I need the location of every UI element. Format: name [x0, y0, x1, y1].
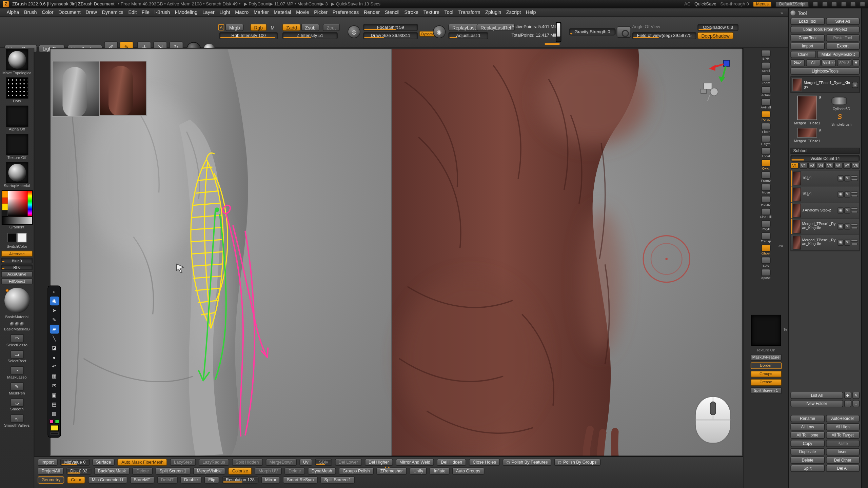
replay-last-rel-button[interactable]: ReplayLastRel	[477, 24, 515, 31]
mask-pen-icon[interactable]	[10, 382, 23, 390]
screen-icon[interactable]	[822, 1, 827, 6]
blur-slider[interactable]: Blur 0	[1, 258, 33, 263]
deep-shadow-button[interactable]: DeepShadow	[697, 32, 733, 39]
bottom-button[interactable]: Geometry	[38, 476, 64, 484]
z-intensity-slider[interactable]: Z Intensity 51	[282, 32, 338, 39]
menu-item[interactable]: Render	[361, 9, 382, 15]
eye-icon[interactable]: ◉	[837, 175, 844, 181]
bottom-button[interactable]: Auto Mask FiberMesh	[118, 459, 167, 466]
eye-icon[interactable]: ◉	[837, 239, 844, 245]
goz-visible-button[interactable]: Visible	[822, 59, 836, 66]
menu-item[interactable]: Transform	[456, 9, 482, 15]
list-all-button[interactable]: List All	[790, 392, 843, 399]
bottom-button[interactable]: Smart ReSym	[283, 476, 318, 484]
annotation-icon[interactable]: ↶	[50, 362, 59, 371]
bottom-button[interactable]: DynaMesh	[308, 468, 336, 475]
subtool-row[interactable]: Merged_TPose1_Ryan_Kingslie ◉ ✎	[791, 235, 859, 250]
save-as-button[interactable]: Save As	[826, 18, 860, 25]
menu-item[interactable]: Picker	[312, 9, 330, 15]
tool-panel-header[interactable]: Tool	[790, 9, 860, 17]
simplebrush-thumb[interactable]: S	[835, 112, 845, 121]
bottom-button[interactable]: DelMT	[157, 476, 177, 484]
zcut-button[interactable]: Zcut	[323, 24, 340, 31]
brush-icon[interactable]: ✎	[844, 191, 850, 197]
smooth-icon[interactable]	[10, 399, 23, 407]
copy-tool-button[interactable]: Copy Tool	[790, 34, 824, 41]
annotation-icon[interactable]: ◪	[50, 344, 59, 352]
subtool-tab[interactable]: V2	[799, 163, 807, 169]
bottom-button[interactable]: Delete	[284, 468, 305, 475]
quicksave-button[interactable]: QuickSave	[694, 1, 716, 6]
bottom-button[interactable]: Uv	[299, 459, 312, 466]
select-lasso-icon[interactable]	[10, 334, 23, 342]
shelf-toggle[interactable]: Move	[761, 184, 771, 195]
annotation-icon[interactable]: ▦	[50, 372, 59, 381]
menu-item[interactable]: Edit	[126, 9, 139, 15]
gravity-strength-slider[interactable]: Gravity Strength 0	[569, 28, 615, 35]
export-button[interactable]: Export	[826, 43, 860, 50]
split-screen-button[interactable]: Split Screen 1	[750, 387, 781, 394]
bottom-button[interactable]: Split Hidden	[232, 459, 263, 466]
subtool-tab[interactable]: V1	[790, 163, 798, 169]
reference-thumb-red[interactable]	[100, 61, 147, 116]
mask-lasso-icon[interactable]	[10, 366, 23, 374]
a-toggle[interactable]: A	[218, 24, 224, 30]
split-divider[interactable]	[391, 49, 392, 456]
subtool-action-button[interactable]: All High	[826, 423, 860, 430]
canvas-scroll-grip[interactable]: ▲▲	[384, 465, 391, 469]
make-polymesh3d-button[interactable]: Make PolyMesh3D	[817, 51, 860, 58]
brush-preview[interactable]	[6, 49, 28, 70]
bottom-button[interactable]: Split Screen 1	[156, 468, 190, 475]
bottom-button[interactable]: Split Screen 1	[320, 476, 355, 484]
accucurve-button[interactable]: AccuCurve	[1, 271, 33, 277]
rf-slider[interactable]: Rf 0	[1, 264, 33, 270]
list-all-add-icon[interactable]	[844, 392, 851, 399]
bottom-button[interactable]: Min Connected f	[88, 476, 127, 484]
rgb-intensity-slider[interactable]: Rgb Intensity 100	[219, 32, 278, 39]
bottom-button[interactable]: Import	[38, 459, 58, 466]
subtool-action-button[interactable]: Split	[790, 465, 824, 472]
bottom-button[interactable]: Polish By Groups	[554, 459, 600, 466]
shelf-toggle[interactable]: Solo	[761, 257, 771, 268]
clone-button[interactable]: Clone	[790, 51, 816, 58]
menu-item[interactable]: Texture	[421, 9, 441, 15]
camera-icon[interactable]	[617, 26, 631, 38]
bottom-button[interactable]: Delete	[133, 468, 153, 475]
subtool-toggles[interactable]	[851, 240, 858, 245]
subtool-action-button[interactable]: Duplicate	[790, 448, 824, 455]
bottom-button[interactable]: Auto Groups	[452, 468, 484, 475]
subtool-tab[interactable]: V5	[825, 163, 833, 169]
tool-r-chip[interactable]: R	[852, 82, 858, 88]
bottom-button[interactable]: Surface	[92, 459, 115, 466]
basic-material-b-icon[interactable]	[10, 322, 24, 326]
shelf-toggle[interactable]: Actual	[761, 86, 771, 98]
menu-item[interactable]: Dynamics	[100, 9, 125, 15]
menu-item[interactable]: Movie	[294, 9, 311, 15]
subtool-action-button[interactable]: Copy	[790, 440, 824, 447]
menu-item[interactable]: Color	[40, 9, 56, 15]
help-icon[interactable]	[860, 1, 865, 6]
subtool-action-button[interactable]: AutoReorder	[826, 415, 860, 422]
subtool-action-button[interactable]: Paste	[826, 440, 860, 447]
shelf-toggle[interactable]: Xpose	[761, 269, 771, 280]
saturation-square[interactable]	[7, 191, 27, 216]
subtool-tab[interactable]: V6	[834, 163, 842, 169]
see-through-slider[interactable]: See-through 0	[720, 1, 749, 6]
import-button[interactable]: Import	[790, 43, 824, 50]
draw-size-slider[interactable]: Draw Size 36.93311	[363, 32, 418, 39]
folder-down-icon[interactable]	[852, 400, 860, 407]
shelf-toggle[interactable]: Ghost	[761, 245, 771, 256]
texture-preview-box[interactable]: Te	[751, 315, 781, 346]
bottom-button[interactable]: Groups Polish	[339, 468, 374, 475]
goz-all-button[interactable]: All	[806, 59, 820, 66]
shelf-toggle[interactable]: Qxyz	[761, 159, 771, 170]
layout-icon[interactable]	[813, 1, 818, 6]
user-icon[interactable]	[850, 1, 856, 6]
gravity-direction-widget[interactable]	[556, 22, 561, 42]
subtool-row[interactable]: 15강1 ◉ ✎	[791, 186, 859, 202]
subtool-toggles[interactable]	[851, 176, 858, 181]
annotation-icon[interactable]: ▤	[50, 400, 59, 409]
shelf-toggle[interactable]: Line Fill	[760, 208, 772, 219]
panel-collapse-icon[interactable]: «	[781, 10, 783, 15]
tool-thumb-active[interactable]	[797, 96, 817, 120]
